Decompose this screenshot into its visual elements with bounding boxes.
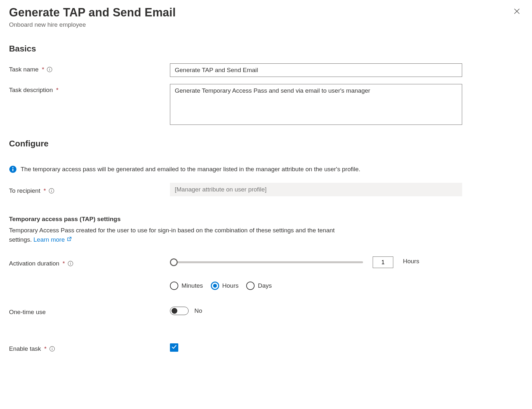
- panel-subtitle: Onboard new hire employee: [9, 21, 176, 28]
- svg-point-4: [49, 68, 50, 69]
- enable-task-checkbox[interactable]: [170, 343, 178, 352]
- svg-point-10: [51, 190, 52, 190]
- task-description-input[interactable]: Generate Temporary Access Pass and send …: [170, 84, 462, 125]
- slider-thumb[interactable]: [170, 258, 178, 266]
- required-indicator: *: [56, 87, 58, 94]
- configure-info-text: The temporary access pass will be genera…: [21, 166, 360, 173]
- svg-point-17: [52, 348, 52, 348]
- radio-icon: [170, 282, 178, 290]
- required-indicator: *: [62, 260, 65, 267]
- to-recipient-row: To recipient *: [9, 183, 523, 196]
- radio-icon: [246, 282, 255, 290]
- unit-minutes-label: Minutes: [182, 282, 203, 289]
- learn-more-link[interactable]: Learn more: [33, 235, 72, 245]
- one-time-use-row: One-time use No: [9, 306, 523, 316]
- radio-icon: [211, 282, 219, 290]
- svg-rect-6: [13, 169, 14, 171]
- tap-settings-heading: Temporary access pass (TAP) settings: [9, 216, 523, 223]
- one-time-use-toggle[interactable]: [170, 307, 189, 315]
- toggle-knob: [172, 308, 177, 314]
- unit-radio-hours[interactable]: Hours: [211, 282, 239, 290]
- learn-more-text: Learn more: [33, 235, 65, 245]
- close-icon: [513, 9, 520, 16]
- checkmark-icon: [171, 344, 177, 351]
- close-button[interactable]: [513, 7, 523, 16]
- duration-unit-row: Minutes Hours Days: [9, 282, 523, 290]
- required-indicator: *: [43, 187, 46, 194]
- unit-hours-label: Hours: [222, 282, 239, 289]
- info-icon[interactable]: [49, 188, 54, 194]
- activation-duration-row: Activation duration * Hours: [9, 256, 523, 268]
- svg-point-7: [12, 167, 13, 168]
- enable-task-label: Enable task: [9, 345, 41, 352]
- section-basics-heading: Basics: [9, 44, 523, 54]
- task-description-label: Task description: [9, 87, 53, 94]
- one-time-use-value-label: No: [194, 307, 202, 314]
- info-solid-icon: [9, 165, 17, 173]
- task-name-label: Task name: [9, 66, 39, 73]
- svg-line-11: [69, 237, 71, 239]
- task-name-input[interactable]: [170, 63, 462, 77]
- one-time-use-label: One-time use: [9, 309, 46, 316]
- unit-radio-minutes[interactable]: Minutes: [170, 282, 203, 290]
- info-icon[interactable]: [49, 346, 55, 352]
- panel-title: Generate TAP and Send Email: [9, 6, 176, 19]
- svg-point-14: [70, 262, 71, 263]
- duration-slider[interactable]: [170, 258, 363, 266]
- unit-radio-days[interactable]: Days: [246, 282, 272, 290]
- duration-unit-label: Hours: [403, 258, 419, 265]
- task-description-row: Task description * Generate Temporary Ac…: [9, 84, 523, 126]
- duration-value-input[interactable]: [373, 256, 393, 268]
- enable-task-row: Enable task *: [9, 343, 523, 352]
- to-recipient-input: [170, 183, 462, 196]
- info-icon[interactable]: [68, 261, 73, 266]
- popout-icon: [67, 235, 72, 245]
- slider-track: [174, 261, 363, 263]
- tap-settings-description: Temporary Access Pass created for the us…: [9, 226, 341, 244]
- required-indicator: *: [44, 345, 46, 352]
- to-recipient-label: To recipient: [9, 187, 40, 194]
- section-configure-heading: Configure: [9, 139, 523, 149]
- info-icon[interactable]: [47, 67, 52, 72]
- configure-info-banner: The temporary access pass will be genera…: [9, 165, 523, 173]
- task-name-row: Task name *: [9, 63, 523, 77]
- activation-duration-label: Activation duration: [9, 260, 59, 267]
- required-indicator: *: [42, 66, 44, 73]
- unit-days-label: Days: [258, 282, 272, 289]
